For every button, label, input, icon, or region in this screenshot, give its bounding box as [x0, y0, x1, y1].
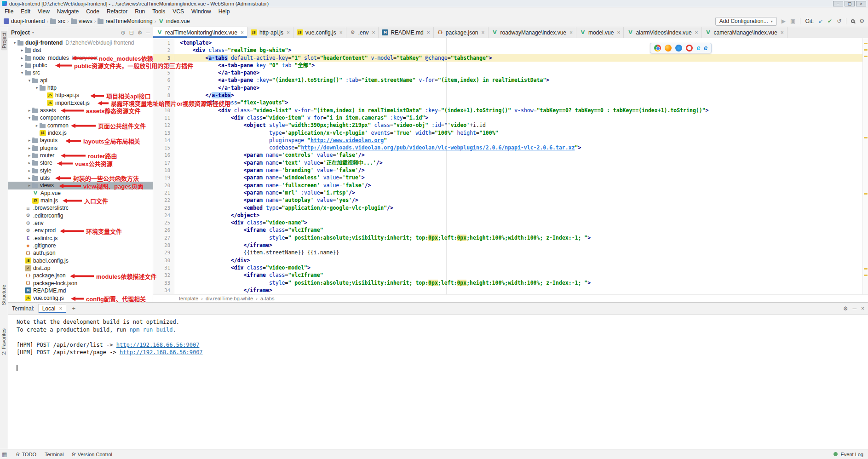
tree-item-babel.config.js[interactable]: JSbabel.config.js [8, 257, 153, 264]
chevron-down-icon[interactable]: ▾ [27, 115, 32, 120]
tree-item-api[interactable]: ▾api [8, 77, 153, 84]
code-line[interactable]: 31 <div class="video-model"> [153, 264, 868, 271]
tree-item-.env[interactable]: ⚙.env [8, 219, 153, 227]
code-line[interactable]: 29 {{item.streetName}} {{i.name}} [153, 249, 868, 256]
tree-item-style[interactable]: ▸style [8, 167, 153, 174]
code-line[interactable]: 5 </a-tab-pane> [153, 69, 868, 76]
tree-item-main.js[interactable]: JSmain.js [8, 197, 153, 204]
editor-tab-vue.config.js[interactable]: JSvue.config.js× [293, 27, 346, 38]
menu-window[interactable]: Window [188, 8, 215, 15]
editor-tab-realtimemonitoring-index.vue[interactable]: VrealTimeMonitoring\index.vue× [153, 27, 247, 38]
hide-panel-icon[interactable]: ─ [146, 29, 150, 36]
code-line[interactable]: 14 pluginspage="http://www.videolan.org" [153, 137, 868, 144]
maximize-button[interactable]: ▢ [845, 1, 855, 6]
tree-item-auth.json[interactable]: {}auth.json [8, 249, 153, 257]
safari-icon[interactable] [675, 45, 682, 52]
breadcrumb-item-src[interactable]: src [50, 18, 65, 24]
editor-tab-cameramanage-index.vue[interactable]: VcameraManage\index.vue× [702, 27, 788, 38]
run-button[interactable]: ▶ [782, 18, 786, 24]
breadcrumb-item-index.vue[interactable]: Vindex.vue [158, 18, 190, 24]
editor[interactable]: 1<template>2 <div class="realTime bg-whi… [153, 38, 868, 294]
code-line[interactable]: 34 </iframe> [153, 287, 868, 294]
chevron-right-icon[interactable]: ▸ [34, 123, 40, 128]
tree-item-dist[interactable]: ▸dist [8, 46, 153, 54]
editor-tab-readme.md[interactable]: MREADME.md× [379, 27, 433, 38]
menu-tools[interactable]: Tools [149, 8, 169, 15]
code-line[interactable]: 2 <div class="realTime bg-white"> [153, 46, 868, 54]
menu-run[interactable]: Run [131, 8, 149, 15]
chevron-right-icon[interactable]: ▸ [27, 138, 32, 143]
code-line[interactable]: 26 <iframe class="vlcIframe" [153, 226, 868, 234]
git-revert-icon[interactable]: ↺ [837, 18, 841, 24]
editor-tab-alarmvideos-index.vue[interactable]: ValarmVideos\index.vue× [624, 27, 701, 38]
code-line[interactable]: 30 </div> [153, 257, 868, 264]
tree-item-readme.md[interactable]: MREADME.md [8, 287, 153, 294]
code-line[interactable]: 9 <div class="flex-layouts"> [153, 99, 868, 106]
editor-tab-package.json[interactable]: {}package.json× [434, 27, 489, 38]
minimize-panel-icon[interactable]: ─ [852, 305, 857, 312]
chevron-down-icon[interactable]: ▾ [27, 78, 32, 83]
tree-item-vue.config.js[interactable]: JSvue.config.js [8, 294, 153, 302]
menu-code[interactable]: Code [82, 8, 103, 15]
menu-vcs[interactable]: VCS [169, 8, 188, 15]
add-configuration-button[interactable]: Add Configuration... ▾ [715, 17, 777, 26]
tree-item-.env.prod[interactable]: ⚙.env.prod [8, 227, 153, 234]
internet-explorer-icon[interactable]: e [696, 45, 700, 52]
menu-view[interactable]: View [34, 8, 53, 15]
code-line[interactable]: 16 <param name='controls' value='false'/… [153, 151, 868, 159]
git-update-icon[interactable]: ↙ [818, 18, 823, 24]
tree-item-store[interactable]: ▸store [8, 159, 153, 166]
chevron-down-icon[interactable]: ▾ [19, 70, 25, 75]
error-stripe-scrollbar[interactable] [862, 38, 868, 294]
chevron-right-icon[interactable]: ▸ [19, 48, 25, 52]
tree-item-common[interactable]: ▸common [8, 122, 153, 129]
close-icon[interactable]: × [427, 29, 430, 36]
chevron-down-icon[interactable]: ▾ [34, 86, 40, 90]
terminal-link[interactable]: http://192.168.66.56:9007 [120, 349, 203, 356]
code-line[interactable]: 10 <div class="video-list" v-for="(item,… [153, 107, 868, 114]
chevron-down-icon[interactable]: ▾ [12, 40, 17, 45]
code-area[interactable]: 1<template>2 <div class="realTime bg-whi… [153, 38, 868, 294]
collapse-all-icon[interactable]: ⊟ [129, 29, 134, 36]
edge-icon[interactable]: e [704, 45, 707, 52]
breadcrumb-item-views[interactable]: views [71, 18, 92, 24]
tree-item-dist.zip[interactable]: Zdist.zip [8, 264, 153, 272]
code-line[interactable]: 27 style=" position:absolute;visibility:… [153, 234, 868, 241]
chevron-right-icon[interactable]: ▸ [27, 146, 32, 150]
code-line[interactable]: 22 <param name='autoplay' value='yes'/> [153, 196, 868, 204]
code-line[interactable]: 19 <param name='windowless' value='true'… [153, 174, 868, 181]
tree-item-views[interactable]: ▸views [8, 182, 153, 189]
code-line[interactable]: 3 <a-tabs default-active-key="1" slot="h… [153, 54, 868, 62]
locate-file-icon[interactable]: ⊕ [121, 29, 126, 36]
tree-item-app.vue[interactable]: VApp.vue [8, 189, 153, 197]
code-line[interactable]: 32 <iframe class="vlcIframe" [153, 271, 868, 279]
code-line[interactable]: 18 <param name='branding' value='false'/… [153, 166, 868, 174]
breadcrumb-item-duoji-frontend[interactable]: duoji-frontend [4, 18, 45, 24]
tree-item-plugins[interactable]: ▸plugins [8, 144, 153, 152]
close-icon[interactable]: × [617, 29, 620, 36]
tree-item-node_modules[interactable]: ▸node_moduleslibrary root [8, 54, 153, 62]
tree-item-assets[interactable]: ▸assets [8, 107, 153, 114]
debug-button[interactable]: ▣ [790, 18, 795, 24]
tree-item-http-api.js[interactable]: JShttp-api.js [8, 92, 153, 99]
code-line[interactable]: 21 <param name='mrl' :value='i.rtsp'/> [153, 189, 868, 196]
chevron-right-icon[interactable]: ▸ [27, 108, 32, 113]
search-everywhere-icon[interactable] [851, 19, 855, 23]
tree-item-duoji-frontend[interactable]: ▾duoji-frontendD:\zheheWeb\duoji-fronten… [8, 39, 153, 46]
chevron-right-icon[interactable]: ▸ [27, 176, 32, 180]
code-line[interactable]: 28 </iframe> [153, 241, 868, 249]
code-line[interactable]: 1<template> [153, 39, 868, 46]
chevron-right-icon[interactable]: ▸ [19, 56, 25, 60]
tool-button-favorites[interactable]: 2: Favorites [1, 328, 6, 355]
tree-item-index.js[interactable]: JSindex.js [8, 129, 153, 137]
minimize-button[interactable]: – [833, 1, 843, 6]
close-icon[interactable]: × [287, 29, 290, 36]
chevron-right-icon[interactable]: ▸ [27, 183, 32, 188]
tool-button-structure[interactable]: Structure [1, 285, 6, 305]
chevron-right-icon[interactable]: ▸ [27, 168, 32, 173]
editor-tab-roadwaymanage-index.vue[interactable]: VroadwayManage\index.vue× [489, 27, 576, 38]
settings-gear-icon[interactable]: ⚙ [859, 18, 864, 24]
code-line[interactable]: 6 <a-tab-pane :key="(index+1).toString()… [153, 76, 868, 84]
tree-item-public[interactable]: ▸public [8, 62, 153, 69]
menu-edit[interactable]: Edit [17, 8, 34, 15]
